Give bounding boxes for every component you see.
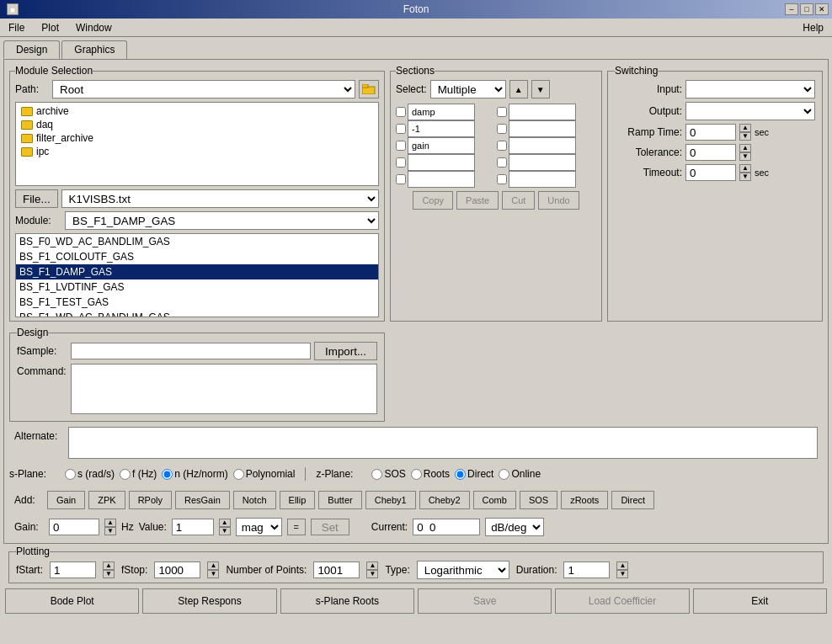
undo-button[interactable]: Undo	[538, 191, 579, 210]
menu-plot[interactable]: Plot	[36, 20, 64, 35]
gain-spin[interactable]: ▲ ▼	[104, 519, 116, 535]
menu-help[interactable]: Help	[797, 20, 829, 35]
add-zpk-button[interactable]: ZPK	[88, 491, 125, 509]
module-combo[interactable]: BS_F1_DAMP_GAS	[65, 211, 379, 230]
fsample-input[interactable]	[71, 343, 311, 359]
tree-item-archive[interactable]: archive	[18, 104, 376, 118]
dropdown-item-4[interactable]: BS_F1_TEST_GAS	[16, 295, 378, 310]
add-butter-button[interactable]: Butter	[318, 491, 361, 509]
add-zroots-button[interactable]: zRoots	[561, 491, 608, 509]
tree-item-filter-archive[interactable]: filter_archive	[18, 131, 376, 145]
dbdeg-select[interactable]: dB/deg dB deg	[485, 518, 544, 536]
timeout-input[interactable]	[685, 164, 736, 181]
duration-spin[interactable]: ▲ ▼	[616, 562, 628, 578]
fstop-input[interactable]	[154, 562, 200, 578]
value-spin[interactable]: ▲ ▼	[219, 519, 231, 535]
paste-button[interactable]: Paste	[456, 191, 499, 210]
dropdown-item-1[interactable]: BS_F1_COILOUTF_GAS	[16, 249, 378, 264]
zplane-radio-sos[interactable]: SOS	[371, 468, 405, 480]
import-button[interactable]: Import...	[314, 342, 377, 360]
fstop-spin-up[interactable]: ▲	[207, 562, 219, 570]
ramp-input[interactable]	[685, 124, 736, 141]
switch-input-combo[interactable]	[685, 80, 815, 98]
tab-design[interactable]: Design	[3, 40, 60, 59]
timeout-spin[interactable]: ▲ ▼	[739, 164, 751, 181]
duration-spin-down[interactable]: ▼	[616, 570, 628, 578]
tree-item-daq[interactable]: daq	[18, 118, 376, 131]
dropdown-item-5[interactable]: BS_F1_WD_AC_BANDLIM_GAS	[16, 310, 378, 317]
file-combo[interactable]: K1VISBS.txt	[61, 189, 379, 208]
add-ellip-button[interactable]: Ellip	[280, 491, 316, 509]
npoints-spin-up[interactable]: ▲	[366, 562, 378, 570]
cut-button[interactable]: Cut	[502, 191, 535, 210]
add-resgain-button[interactable]: ResGain	[175, 491, 230, 509]
add-comb-button[interactable]: Comb	[473, 491, 516, 509]
section-input-2[interactable]	[408, 137, 475, 154]
sections-up-button[interactable]: ▲	[509, 80, 528, 98]
switch-output-combo[interactable]	[685, 102, 815, 120]
copy-button[interactable]: Copy	[413, 191, 453, 210]
fstart-spin-up[interactable]: ▲	[103, 562, 115, 570]
npoints-input[interactable]	[313, 562, 360, 578]
alternate-input[interactable]	[68, 427, 818, 459]
duration-input[interactable]	[563, 562, 610, 578]
splane-radio-srad[interactable]: s (rad/s)	[65, 468, 115, 480]
section-check-3[interactable]	[396, 157, 406, 168]
section-check-5[interactable]	[497, 107, 507, 117]
current-input[interactable]	[413, 519, 480, 535]
splane-radio-fhz[interactable]: f (Hz)	[120, 468, 157, 480]
add-cheby1-button[interactable]: Cheby1	[365, 491, 416, 509]
file-tree[interactable]: archive daq filter_archive ipc	[15, 102, 379, 186]
tab-graphics[interactable]: Graphics	[61, 40, 127, 59]
fstart-spin[interactable]: ▲ ▼	[103, 562, 115, 578]
menu-file[interactable]: File	[3, 20, 29, 35]
module-dropdown[interactable]: BS_F0_WD_AC_BANDLIM_GAS BS_F1_COILOUTF_G…	[15, 233, 379, 317]
add-sos-button[interactable]: SOS	[520, 491, 557, 509]
s-plane-roots-button[interactable]: s-Plane Roots	[280, 588, 414, 614]
section-check-2[interactable]	[396, 141, 406, 151]
dropdown-item-3[interactable]: BS_F1_LVDTINF_GAS	[16, 279, 378, 295]
minimize-button[interactable]: –	[785, 3, 798, 15]
eq-button[interactable]: =	[287, 519, 306, 535]
menu-window[interactable]: Window	[71, 20, 117, 35]
section-check-1[interactable]	[396, 124, 406, 134]
gain-spin-down[interactable]: ▼	[104, 527, 116, 535]
section-input-9[interactable]	[509, 171, 576, 188]
zplane-radio-roots[interactable]: Roots	[411, 468, 450, 480]
timeout-spin-down[interactable]: ▼	[739, 173, 751, 181]
ramp-spin-down[interactable]: ▼	[739, 132, 751, 141]
file-button[interactable]: File...	[15, 189, 58, 208]
ramp-spin-up[interactable]: ▲	[739, 124, 751, 132]
tolerance-spin-down[interactable]: ▼	[739, 152, 751, 161]
zplane-radio-direct-input[interactable]	[455, 469, 466, 480]
gain-spin-up[interactable]: ▲	[104, 519, 116, 527]
load-coefficients-button[interactable]: Load Coefficier	[555, 588, 689, 614]
splane-radio-srad-input[interactable]	[65, 469, 76, 480]
section-check-8[interactable]	[497, 157, 507, 168]
zplane-radio-direct[interactable]: Direct	[455, 468, 493, 480]
section-check-9[interactable]	[497, 174, 507, 184]
tolerance-spin-up[interactable]: ▲	[739, 144, 751, 152]
exit-button[interactable]: Exit	[693, 588, 827, 614]
section-input-6[interactable]	[509, 120, 576, 137]
tree-item-ipc[interactable]: ipc	[18, 145, 376, 158]
fstart-input[interactable]	[50, 562, 96, 578]
section-check-7[interactable]	[497, 141, 507, 151]
section-input-4[interactable]	[408, 171, 475, 188]
command-input[interactable]	[71, 364, 377, 414]
zplane-radio-online-input[interactable]	[499, 469, 509, 480]
duration-spin-up[interactable]: ▲	[616, 562, 628, 570]
zplane-radio-online[interactable]: Online	[499, 468, 541, 480]
splane-radio-poly-input[interactable]	[233, 469, 244, 480]
dropdown-item-2[interactable]: BS_F1_DAMP_GAS	[16, 264, 378, 279]
splane-radio-poly[interactable]: Polynomial	[233, 468, 296, 480]
value-input[interactable]	[172, 519, 214, 535]
path-combo[interactable]: Root	[52, 80, 355, 98]
close-button[interactable]: ✕	[815, 3, 829, 15]
value-spin-up[interactable]: ▲	[219, 519, 231, 527]
section-check-0[interactable]	[396, 107, 406, 117]
ramp-spin[interactable]: ▲ ▼	[739, 124, 751, 141]
fstop-spin-down[interactable]: ▼	[207, 570, 219, 578]
section-input-7[interactable]	[509, 137, 576, 154]
section-input-3[interactable]	[408, 154, 475, 171]
